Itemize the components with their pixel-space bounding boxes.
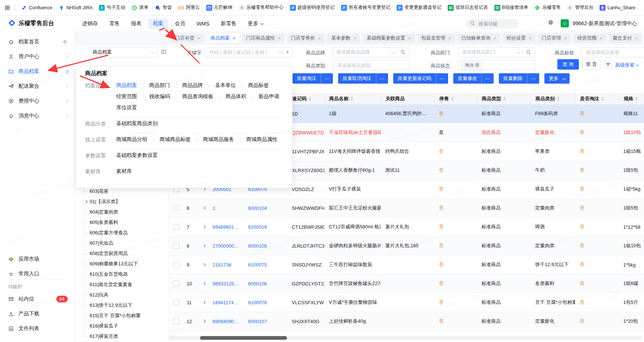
close-icon[interactable]: × bbox=[600, 36, 603, 41]
horizontal-scrollbar[interactable] bbox=[168, 336, 643, 340]
collapse-sidebar-icon[interactable] bbox=[62, 39, 68, 45]
product-code-link[interactable]: 27000000… bbox=[213, 243, 239, 249]
product-code-link[interactable]: 69489601… bbox=[213, 224, 239, 230]
menu-item-素材库[interactable]: 素材库 bbox=[116, 168, 132, 175]
status-select[interactable]: 淘汰:否 bbox=[458, 60, 535, 70]
sort-icon[interactable] bbox=[557, 97, 560, 101]
account-name[interactable]: 99662-新界面测试-管理中心 bbox=[573, 20, 637, 27]
bookmark-item-10[interactable]: 变更更新通道登记 bbox=[397, 4, 441, 11]
product-code-link[interactable]: 1 bbox=[213, 205, 215, 211]
close-icon[interactable]: × bbox=[233, 36, 236, 41]
brand-select[interactable]: 请选择商品品牌 bbox=[333, 47, 410, 57]
tab-4[interactable]: 基本参数× bbox=[327, 34, 360, 43]
close-icon[interactable]: × bbox=[318, 36, 321, 41]
menu-item-基础档案商品类别[interactable]: 基础档案商品类别 bbox=[116, 120, 158, 127]
nav-item-0[interactable]: 进销存 bbox=[78, 19, 102, 29]
tree-item-7[interactable]: 609|称重糖果13元以下 bbox=[75, 259, 168, 269]
expand-icon[interactable] bbox=[203, 282, 206, 285]
tree-item-6[interactable]: 608|定货厨房用品 bbox=[75, 248, 168, 259]
printer-icon[interactable] bbox=[548, 20, 554, 27]
sidebar-item-2[interactable]: 商品档案 bbox=[0, 66, 74, 77]
sidebar-secondary-1[interactable]: 常用入口 bbox=[0, 268, 74, 279]
status-tag[interactable]: 淘汰:否 bbox=[462, 61, 482, 70]
close-icon[interactable]: × bbox=[408, 36, 411, 41]
app-logo[interactable]: 乐檬零售后台 bbox=[8, 16, 54, 31]
bookmark-item-0[interactable]: Confluence bbox=[21, 5, 52, 11]
sort-icon[interactable] bbox=[503, 97, 506, 101]
tab-9[interactable]: 门店管理× bbox=[538, 34, 571, 43]
menu-item-库位设置[interactable]: 库位设置 bbox=[116, 104, 137, 111]
barcode-link[interactable]: 6200016 bbox=[248, 224, 267, 230]
ellipsis-icon[interactable]: ⋯ bbox=[527, 76, 539, 81]
sort-icon[interactable] bbox=[308, 97, 311, 101]
search-icon[interactable] bbox=[525, 49, 531, 55]
tree-item-13[interactable]: 616|裸装瓜子 bbox=[75, 321, 168, 331]
close-icon[interactable]: × bbox=[353, 36, 356, 41]
query-button[interactable]: 查 询 bbox=[557, 59, 579, 70]
product-code-link[interactable]: 16941174… bbox=[213, 300, 238, 305]
advanced-search-link[interactable]: 高级搜索 bbox=[615, 62, 638, 68]
bookmark-item-13[interactable]: 乐檬零售 bbox=[534, 4, 561, 11]
bulk-action-1[interactable]: 批量取消淘汰⋯ bbox=[338, 73, 388, 84]
tree-item-8[interactable]: 610|五金百货电器 bbox=[75, 269, 168, 279]
menu-item-新品申请[interactable]: 新品申请 bbox=[258, 93, 279, 100]
menu-item-商城商品分组[interactable]: 商城商品分组 bbox=[116, 136, 147, 143]
row-checkbox[interactable] bbox=[173, 262, 179, 268]
tab-1[interactable]: 商品档案× bbox=[207, 34, 240, 43]
search-icon[interactable] bbox=[400, 49, 406, 55]
bookmark-item-2[interactable]: 句子互动 bbox=[99, 4, 125, 11]
tab-8[interactable]: 积分设置× bbox=[503, 34, 535, 43]
sidebar-item-3[interactable]: 配送聚合 bbox=[0, 81, 74, 92]
close-icon[interactable]: × bbox=[529, 36, 532, 41]
bookmark-item-1[interactable]: NHSoft JIRA bbox=[59, 5, 93, 11]
barcode-link[interactable]: 6000105 bbox=[248, 243, 267, 249]
bookmark-item-4[interactable]: 智齿 bbox=[155, 4, 172, 11]
search-input[interactable] bbox=[478, 21, 515, 27]
menu-item-商品体积[interactable]: 商品体积 bbox=[226, 93, 246, 100]
row-checkbox[interactable] bbox=[173, 205, 179, 211]
bookmark-item-5[interactable]: 阿里云 bbox=[178, 4, 200, 11]
type-select[interactable] bbox=[333, 60, 410, 70]
sidebar-tool-1[interactable]: 产品下载 bbox=[0, 308, 74, 319]
bulk-action-0[interactable]: 批量淘汰⋯ bbox=[293, 73, 333, 84]
sort-icon[interactable] bbox=[451, 97, 454, 101]
row-checkbox[interactable] bbox=[173, 318, 179, 324]
bookmark-item-12[interactable]: B组接管清单 bbox=[494, 4, 528, 11]
sort-icon[interactable] bbox=[601, 97, 604, 101]
close-icon[interactable]: × bbox=[564, 36, 567, 41]
tab-5[interactable]: 基础档案参数设置× bbox=[363, 34, 415, 43]
menu-item-税收编码[interactable]: 税收编码 bbox=[149, 93, 170, 100]
row-checkbox[interactable] bbox=[173, 224, 179, 230]
expand-icon[interactable] bbox=[203, 188, 206, 191]
apps-grid-icon[interactable] bbox=[4, 5, 10, 11]
nav-item-1[interactable]: 零售 bbox=[105, 19, 124, 29]
nav-item-2[interactable]: 报表 bbox=[127, 19, 146, 29]
store-badge-icon[interactable]: ◇ bbox=[561, 19, 569, 27]
menu-item-商城商品属性[interactable]: 商城商品属性 bbox=[246, 136, 277, 143]
expand-icon[interactable] bbox=[203, 320, 206, 323]
archive-scope-select[interactable]: 商品档案 bbox=[89, 47, 158, 57]
bulk-action-3[interactable]: 批量修改⋯ bbox=[453, 73, 494, 84]
bookmark-item-15[interactable]: Lanhu_Share bbox=[600, 5, 635, 11]
tab-7[interactable]: 已结账单查询× bbox=[458, 34, 500, 43]
product-code-link[interactable]: 2181736 bbox=[213, 262, 231, 268]
ellipsis-icon[interactable]: ⋯ bbox=[482, 76, 494, 81]
ellipsis-icon[interactable]: ⋯ bbox=[321, 76, 333, 81]
type-input[interactable] bbox=[336, 62, 406, 68]
close-icon[interactable]: × bbox=[635, 36, 638, 41]
expand-icon[interactable] bbox=[203, 244, 206, 247]
dept-select[interactable]: 请选择商品部门 bbox=[458, 47, 535, 57]
sidebar-item-5[interactable]: 消息中心 bbox=[0, 110, 74, 121]
menu-item-商品部门[interactable]: 商品部门 bbox=[149, 82, 170, 89]
sidebar-item-1[interactable]: 用户中心 bbox=[0, 51, 74, 62]
close-icon[interactable]: × bbox=[448, 36, 451, 41]
tree-item-11[interactable]: 613|饼干12.9元以下 bbox=[75, 300, 168, 311]
bookmark-item-7[interactable]: 乐檬零售帮助中心 bbox=[239, 4, 284, 11]
bookmark-item-8[interactable]: 超级密码使用登记 bbox=[290, 4, 335, 11]
barcode-link[interactable]: 6000107 bbox=[248, 319, 267, 324]
add-keyword-icon[interactable]: + bbox=[286, 49, 289, 56]
sort-icon[interactable] bbox=[350, 97, 353, 101]
product-code-link[interactable]: 69094090… bbox=[213, 319, 239, 324]
sort-icon[interactable] bbox=[635, 97, 638, 101]
row-checkbox[interactable] bbox=[173, 243, 179, 249]
